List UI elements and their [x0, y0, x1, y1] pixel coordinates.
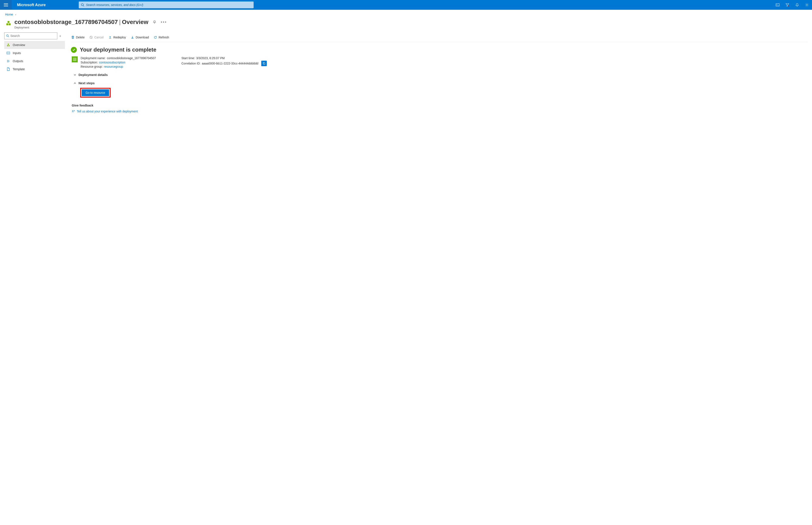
correlation-id-label: Correlation ID: [181, 62, 201, 65]
settings-icon[interactable] [805, 3, 809, 7]
command-bar: Delete Cancel Redeploy Download Refresh [71, 32, 808, 42]
download-label: Download [136, 36, 149, 39]
sidebar-item-inputs[interactable]: Inputs [4, 49, 65, 57]
hamburger-button[interactable] [0, 0, 12, 10]
breadcrumb: Home › [0, 10, 812, 17]
download-button[interactable]: Download [131, 35, 149, 39]
deployment-details-toggle[interactable]: Deployment details [73, 73, 808, 77]
subscription-link[interactable]: contososubscription [99, 61, 126, 64]
deployment-status: Your deployment is complete [71, 46, 808, 53]
topbar: Microsoft Azure [0, 0, 812, 10]
copy-correlation-button[interactable] [261, 61, 267, 66]
svg-line-18 [90, 36, 92, 38]
svg-rect-20 [73, 58, 76, 61]
redeploy-label: Redeploy [113, 36, 126, 39]
page-title-main: contosoblobstorage_1677896704507 [14, 19, 118, 26]
sidebar-item-label: Outputs [13, 59, 23, 63]
chevron-up-icon [73, 82, 76, 85]
sidebar-item-label: Inputs [13, 51, 21, 55]
global-search-input[interactable] [84, 3, 251, 6]
inputs-icon [6, 51, 10, 55]
title-divider: | [119, 19, 120, 26]
page-title-view: Overview [122, 19, 148, 26]
sidebar-item-label: Template [13, 68, 25, 71]
cloud-shell-icon[interactable] [776, 3, 780, 7]
start-time-label: Start time: [181, 57, 195, 60]
hamburger-icon [4, 3, 8, 6]
svg-rect-6 [9, 23, 11, 25]
deployment-details-label: Deployment details [78, 73, 108, 77]
svg-rect-5 [6, 23, 8, 25]
svg-point-26 [72, 110, 73, 111]
next-steps-toggle[interactable]: Next steps [73, 81, 808, 85]
page-title: contosoblobstorage_1677896704507 | Overv… [14, 19, 167, 26]
delete-button[interactable]: Delete [71, 35, 85, 39]
success-check-icon [71, 47, 77, 53]
go-to-resource-highlight: Go to resource [80, 88, 110, 97]
start-time-value: 3/3/2023, 6:25:07 PM [196, 57, 225, 60]
sidebar-item-overview[interactable]: Overview [4, 41, 65, 49]
svg-rect-2 [776, 4, 779, 6]
svg-rect-7 [8, 21, 10, 23]
deployment-name-label: Deployment name: [80, 57, 106, 60]
global-search[interactable] [79, 1, 254, 8]
svg-rect-25 [264, 63, 265, 64]
sidebar-item-outputs[interactable]: Outputs [4, 57, 65, 65]
sidebar-search[interactable] [4, 32, 57, 39]
feedback-icon [72, 110, 75, 113]
download-icon [131, 35, 134, 39]
chevron-down-icon [73, 73, 76, 76]
page-header: contosoblobstorage_1677896704507 | Overv… [0, 17, 812, 32]
svg-line-9 [8, 36, 9, 38]
more-menu-icon[interactable]: ··· [161, 19, 167, 26]
delete-icon [71, 35, 75, 39]
chevron-right-icon: › [14, 13, 17, 16]
resource-group-label: Resource group: [80, 65, 103, 68]
deployment-grid-icon [72, 57, 78, 62]
filter-icon[interactable] [785, 3, 789, 7]
page-subtitle: Deployment [14, 26, 167, 29]
svg-line-1 [83, 5, 84, 6]
breadcrumb-home[interactable]: Home [5, 13, 13, 16]
cancel-icon [89, 35, 93, 39]
refresh-button[interactable]: Refresh [153, 35, 169, 39]
deployment-resource-icon [5, 19, 12, 26]
copy-icon [263, 62, 266, 65]
pin-icon[interactable] [152, 19, 157, 26]
resource-group-link[interactable]: resourcegroup [104, 65, 123, 68]
overview-icon [6, 43, 10, 47]
feedback-link-label: Tell us about your experience with deplo… [77, 110, 138, 113]
svg-point-4 [807, 4, 808, 5]
give-feedback-heading: Give feedback [72, 104, 808, 107]
sidebar: « Overview Inputs Outputs Template [0, 32, 67, 113]
outputs-icon [6, 59, 10, 63]
svg-point-0 [81, 4, 84, 6]
delete-label: Delete [76, 36, 85, 39]
cancel-label: Cancel [94, 36, 104, 39]
cancel-button: Cancel [89, 35, 104, 39]
notifications-icon[interactable] [795, 3, 799, 7]
main-content: Delete Cancel Redeploy Download Refresh [67, 32, 812, 113]
feedback-link[interactable]: Tell us about your experience with deplo… [72, 110, 808, 113]
topbar-actions [776, 3, 812, 7]
svg-point-3 [788, 5, 789, 6]
brand-label[interactable]: Microsoft Azure [12, 3, 51, 7]
search-icon [6, 34, 9, 38]
svg-rect-11 [9, 45, 10, 46]
next-steps-label: Next steps [78, 81, 95, 85]
sidebar-item-template[interactable]: Template [4, 65, 65, 73]
deployment-name-value: contosoblobstorage_1677896704507 [107, 57, 156, 60]
refresh-label: Refresh [159, 36, 169, 39]
redeploy-icon [108, 35, 112, 39]
svg-point-8 [6, 35, 9, 37]
template-icon [6, 68, 10, 71]
status-title: Your deployment is complete [80, 46, 157, 53]
go-to-resource-button[interactable]: Go to resource [82, 89, 109, 96]
correlation-id-value: aaaa0000-bb11-2222-33cc-444444dddddd [202, 62, 258, 65]
sidebar-search-input[interactable] [9, 34, 55, 38]
search-icon [81, 3, 84, 6]
redeploy-button[interactable]: Redeploy [108, 35, 126, 39]
collapse-sidebar-icon[interactable]: « [59, 34, 61, 38]
refresh-icon [153, 35, 157, 39]
svg-rect-10 [7, 45, 8, 46]
